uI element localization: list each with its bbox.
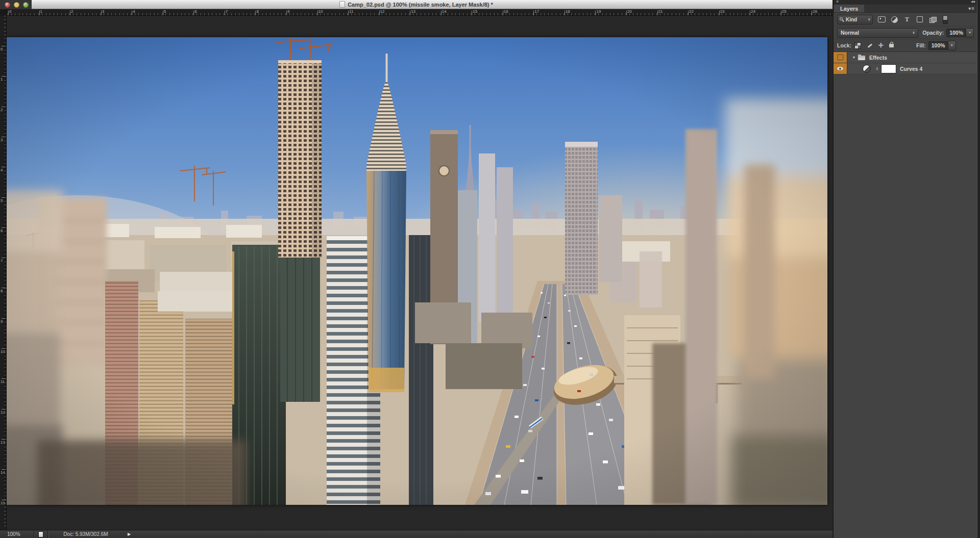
toggle-icon xyxy=(943,15,948,24)
status-proxy-button[interactable] xyxy=(34,531,47,537)
adjustment-icon xyxy=(891,16,898,23)
layer-row[interactable]: Effects xyxy=(834,52,977,63)
title-bar[interactable]: Camp_02.psd @ 100% (missile smoke, Layer… xyxy=(0,0,832,9)
opacity-value[interactable]: 100% xyxy=(946,29,966,37)
blend-mode-value: Normal xyxy=(841,30,859,36)
filter-shape-layers-button[interactable] xyxy=(916,16,924,23)
layer-list: EffectsCurves 4 xyxy=(834,52,977,74)
eye-icon xyxy=(837,65,844,72)
adjustment-layer-icon[interactable] xyxy=(863,65,871,73)
panel-top-strip xyxy=(834,0,977,5)
window-title: Camp_02.psd @ 100% (missile smoke, Layer… xyxy=(348,2,493,8)
disclosure-triangle[interactable] xyxy=(851,56,856,59)
fill-value[interactable]: 100% xyxy=(928,41,948,50)
fill-control[interactable]: 100% xyxy=(928,42,956,49)
blend-mode-select[interactable]: Normal xyxy=(837,28,918,38)
layers-panel: Layers Kind T Normal xyxy=(833,0,977,538)
lock-pixels-icon[interactable] xyxy=(867,42,873,48)
canvas-image[interactable] xyxy=(7,37,827,505)
opacity-dropdown-arrow[interactable] xyxy=(966,28,974,38)
zoom-level-field[interactable]: 100% xyxy=(0,531,34,537)
filter-pixel-layers-button[interactable] xyxy=(877,16,886,23)
panel-tab-bar: Layers xyxy=(834,5,977,13)
lock-all-icon[interactable] xyxy=(889,44,894,47)
filter-toggle-switch[interactable] xyxy=(941,16,949,23)
layer-name[interactable]: Curves 4 xyxy=(900,66,922,72)
ruler-top: 0123456789101112131415161718192021222324… xyxy=(0,9,832,16)
photoshop-screen: Camp_02.psd @ 100% (missile smoke, Layer… xyxy=(0,0,980,538)
lock-transparency-icon[interactable] xyxy=(854,42,861,49)
layer-filter-row: Kind T xyxy=(834,13,977,27)
document-window: Camp_02.psd @ 100% (missile smoke, Layer… xyxy=(0,0,832,538)
eye-off-icon xyxy=(838,55,843,60)
tab-layers[interactable]: Layers xyxy=(834,5,864,12)
visibility-toggle[interactable] xyxy=(834,52,847,63)
blend-mode-row: Normal Opacity: 100% xyxy=(834,27,977,39)
smart-object-icon xyxy=(929,17,936,22)
filter-adjustment-layers-button[interactable] xyxy=(890,16,898,23)
ruler-left: 0123456789101112131415 xyxy=(0,16,7,530)
opacity-control[interactable]: 100% xyxy=(946,29,974,37)
dock-edge xyxy=(977,0,980,538)
folder-icon xyxy=(858,56,865,60)
visibility-toggle[interactable] xyxy=(834,63,847,74)
layer-row[interactable]: Curves 4 xyxy=(834,63,977,74)
fill-dropdown-arrow[interactable] xyxy=(948,41,956,50)
filter-smart-objects-button[interactable] xyxy=(928,16,937,23)
cityscape-photo xyxy=(7,37,827,505)
lock-row: Lock: Fill: 100% xyxy=(834,39,977,52)
page-icon xyxy=(38,531,43,537)
filter-kind-label: Kind xyxy=(846,17,857,22)
lock-position-icon[interactable] xyxy=(878,43,884,48)
mask-link-icon[interactable] xyxy=(875,66,879,71)
status-bar: 100% Doc: 5.93M/302.6M xyxy=(0,530,832,538)
status-popup-arrow[interactable] xyxy=(124,532,135,536)
panel-menu-icon[interactable] xyxy=(968,6,975,11)
filter-kind-select[interactable]: Kind xyxy=(837,15,873,24)
document-proxy-icon xyxy=(339,1,345,8)
collapse-dock-icon[interactable] xyxy=(971,0,974,3)
shape-icon xyxy=(917,16,923,22)
layer-mask-thumbnail[interactable] xyxy=(881,64,896,73)
filter-type-layers-button[interactable]: T xyxy=(903,16,911,23)
opacity-label: Opacity: xyxy=(922,30,944,36)
image-icon xyxy=(878,16,886,22)
doc-size-info[interactable]: Doc: 5.93M/302.6M xyxy=(48,531,124,537)
popup-arrows-icon xyxy=(868,18,870,21)
layer-name[interactable]: Effects xyxy=(869,55,887,61)
ruler-origin[interactable] xyxy=(0,9,7,16)
lock-label: Lock: xyxy=(837,42,851,48)
search-icon xyxy=(840,17,844,22)
popup-arrows-icon xyxy=(913,31,915,35)
panel-close-icon[interactable] xyxy=(836,0,839,4)
fill-label: Fill: xyxy=(916,42,926,48)
